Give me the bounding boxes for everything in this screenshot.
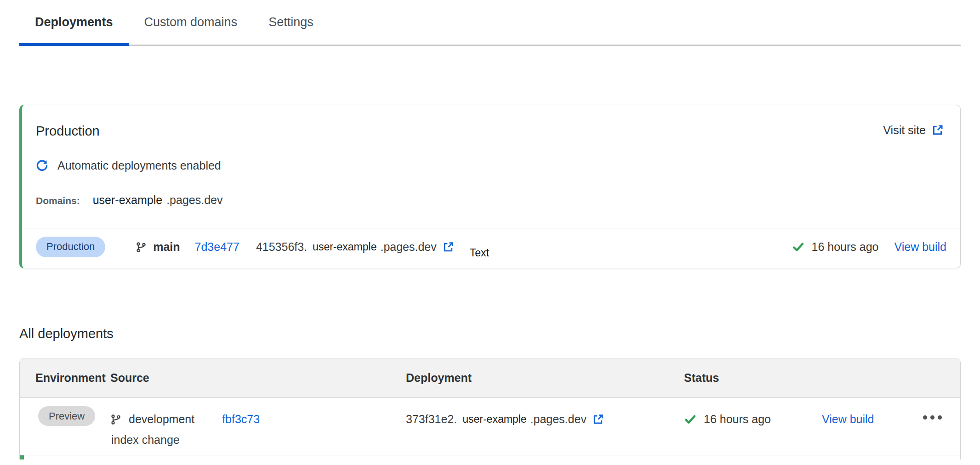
deployment-url-suffix: .pages.dev xyxy=(530,413,587,426)
tab-bar: Deployments Custom domains Settings xyxy=(19,0,961,46)
deployment-url-prefix: 373f31e2. xyxy=(406,413,457,426)
domains-row: Domains: user-example .pages.dev xyxy=(36,193,944,207)
commit-link[interactable]: 7d3e477 xyxy=(195,240,239,254)
environment-badge: Preview xyxy=(38,406,95,426)
table-header: Environment Source Deployment Status xyxy=(20,358,960,398)
tab-custom-domains[interactable]: Custom domains xyxy=(129,0,253,45)
column-header-environment: Environment xyxy=(20,371,110,385)
menu-dot xyxy=(930,415,934,420)
branch-name: development xyxy=(129,413,194,426)
production-card: Production Visit site Automa xyxy=(19,105,961,268)
git-branch-icon xyxy=(110,414,121,425)
visit-site-label: Visit site xyxy=(883,124,926,137)
view-build-link[interactable]: View build xyxy=(822,413,874,425)
menu-dot xyxy=(923,415,927,420)
column-header-source: Source xyxy=(110,371,406,385)
deployment-url-suffix: .pages.dev xyxy=(380,240,436,254)
refresh-icon xyxy=(36,159,48,172)
deployment-url-name: user-example xyxy=(313,241,376,253)
annotation-label: Text xyxy=(470,247,489,259)
view-build-link[interactable]: View build xyxy=(894,240,946,254)
branch-name: main xyxy=(153,240,180,254)
deployment-time: 16 hours ago xyxy=(812,240,879,254)
deployments-table: Environment Source Deployment Status Pre… xyxy=(19,358,961,459)
external-link-icon[interactable] xyxy=(442,241,454,253)
check-icon xyxy=(792,241,804,253)
next-row-green-indicator xyxy=(20,455,24,459)
domain-suffix: .pages.dev xyxy=(166,193,222,207)
next-row-partial xyxy=(20,455,960,459)
deployment-url-name: user-example xyxy=(462,413,526,425)
tab-deployments[interactable]: Deployments xyxy=(19,0,129,45)
row-options-menu-button[interactable] xyxy=(923,415,960,420)
table-row: Preview development fbf3c73 index change xyxy=(20,398,960,455)
commit-link[interactable]: fbf3c73 xyxy=(222,413,260,426)
deployment-url-prefix: 415356f3. xyxy=(256,240,307,254)
deployment-time: 16 hours ago xyxy=(704,413,771,426)
domain-name: user-example xyxy=(93,193,162,207)
visit-site-link[interactable]: Visit site xyxy=(883,124,944,137)
environment-badge: Production xyxy=(36,237,105,257)
external-link-icon[interactable] xyxy=(592,414,604,425)
production-deployment-row: Production main 7d3e477 415356f3. user-e… xyxy=(22,228,960,266)
domains-label: Domains: xyxy=(36,195,80,206)
tab-settings[interactable]: Settings xyxy=(253,0,329,45)
external-link-icon xyxy=(931,124,944,136)
all-deployments-heading: All deployments xyxy=(19,326,961,341)
menu-dot xyxy=(938,415,942,420)
column-header-status: Status xyxy=(684,371,822,385)
auto-deployments-text: Automatic deployments enabled xyxy=(57,159,221,172)
commit-message: index change xyxy=(111,433,406,447)
git-branch-icon xyxy=(136,242,147,253)
column-header-deployment: Deployment xyxy=(406,371,684,385)
check-icon xyxy=(684,413,696,425)
production-card-title: Production xyxy=(36,124,100,139)
